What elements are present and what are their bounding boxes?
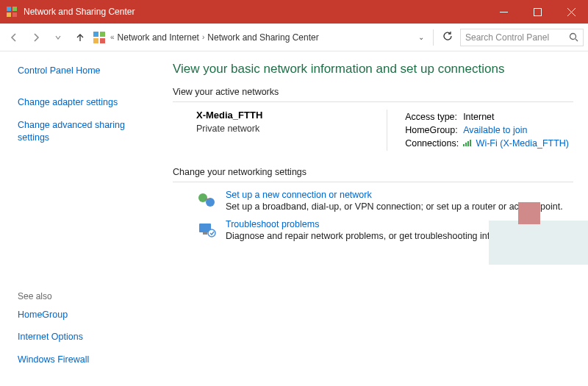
troubleshoot-title: Troubleshoot problems <box>226 219 528 229</box>
forward-button[interactable] <box>26 28 46 47</box>
connection-link[interactable]: Wi-Fi (X-Media_FTTH) <box>476 138 569 149</box>
wifi-signal-icon <box>463 139 472 146</box>
breadcrumb-icon <box>93 31 106 44</box>
homegroup-label: HomeGroup: <box>405 124 462 136</box>
connections-label: Connections: <box>405 137 462 149</box>
sidebar: Control Panel Home Change adapter settin… <box>0 51 158 386</box>
control-panel-home-link[interactable]: Control Panel Home <box>18 65 158 77</box>
svg-rect-17 <box>205 199 209 200</box>
svg-rect-12 <box>100 38 105 43</box>
redacted-block <box>518 202 540 224</box>
divider <box>173 182 573 182</box>
setup-connection-option[interactable]: Set up a new connection or network Set u… <box>173 190 573 212</box>
divider <box>433 29 434 46</box>
search-input[interactable]: Search Control Panel <box>460 29 584 46</box>
homegroup-link[interactable]: Available to join <box>463 125 527 135</box>
see-also-windows-firewall-link[interactable]: Windows Firewall <box>18 354 158 366</box>
change-advanced-sharing-link[interactable]: Change advanced sharing settings <box>18 119 158 144</box>
chevron-right-icon: › <box>202 33 204 41</box>
search-placeholder: Search Control Panel <box>465 32 549 43</box>
breadcrumb[interactable]: « Network and Internet › Network and Sha… <box>110 29 457 46</box>
svg-rect-11 <box>93 38 98 43</box>
svg-rect-2 <box>7 12 11 17</box>
breadcrumb-item[interactable]: Network and Internet <box>118 32 199 43</box>
chevron-left-icon: « <box>110 33 115 41</box>
back-button[interactable] <box>4 28 24 47</box>
svg-point-20 <box>208 229 215 237</box>
up-button[interactable] <box>71 28 90 47</box>
network-name: X-Media_FTTH <box>196 110 262 121</box>
access-type-value: Internet <box>463 111 572 123</box>
close-button[interactable] <box>554 0 588 24</box>
minimize-button[interactable] <box>487 0 520 24</box>
see-also-header: See also <box>18 291 158 301</box>
setup-connection-desc: Set up a broadband, dial-up, or VPN conn… <box>226 201 563 212</box>
svg-line-14 <box>576 39 578 41</box>
window-titlebar: Network and Sharing Center <box>0 0 588 24</box>
setup-connection-title: Set up a new connection or network <box>226 190 563 200</box>
breadcrumb-dropdown[interactable]: ⌄ <box>418 33 424 41</box>
search-icon <box>569 32 578 42</box>
window-title: Network and Sharing Center <box>24 7 487 17</box>
svg-rect-19 <box>203 232 207 235</box>
breadcrumb-item[interactable]: Network and Sharing Center <box>207 32 318 43</box>
svg-rect-0 <box>7 7 11 11</box>
main-content: View your basic network information and … <box>158 51 588 386</box>
see-also-homegroup-link[interactable]: HomeGroup <box>18 309 158 321</box>
svg-rect-9 <box>93 32 98 37</box>
svg-point-15 <box>198 193 207 202</box>
change-settings-header: Change your networking settings <box>173 167 573 177</box>
maximize-button[interactable] <box>520 0 554 24</box>
network-setup-icon <box>196 190 217 210</box>
page-heading: View your basic network information and … <box>173 62 573 76</box>
change-adapter-settings-link[interactable]: Change adapter settings <box>18 96 158 109</box>
divider <box>173 101 573 102</box>
svg-rect-1 <box>12 7 17 11</box>
see-also-internet-options-link[interactable]: Internet Options <box>18 331 158 343</box>
refresh-button[interactable] <box>442 31 453 43</box>
svg-point-13 <box>570 34 576 40</box>
network-type: Private network <box>196 124 262 134</box>
redacted-region <box>489 221 588 265</box>
access-type-label: Access type: <box>405 111 462 123</box>
toolbar: « Network and Internet › Network and Sha… <box>0 24 588 51</box>
active-network-row: X-Media_FTTH Private network Access type… <box>173 110 573 151</box>
recent-dropdown[interactable] <box>49 28 68 47</box>
troubleshoot-icon <box>196 219 217 240</box>
svg-rect-5 <box>534 8 541 15</box>
active-networks-header: View your active networks <box>173 87 573 97</box>
svg-rect-3 <box>12 12 17 17</box>
control-panel-icon <box>6 6 18 18</box>
troubleshoot-desc: Diagnose and repair network problems, or… <box>226 231 528 241</box>
svg-rect-10 <box>100 32 105 37</box>
